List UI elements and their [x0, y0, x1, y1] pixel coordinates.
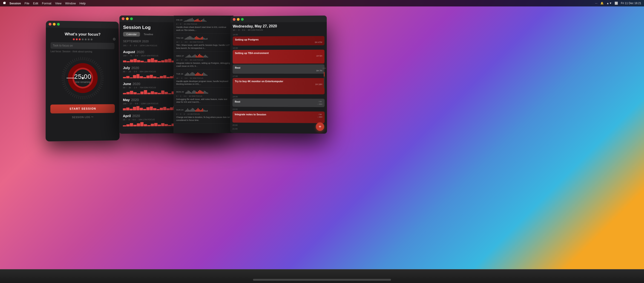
svg-line-18	[88, 58, 89, 60]
rating-dot-6[interactable]	[90, 39, 92, 40]
schedule-maximize-button[interactable]	[241, 18, 244, 21]
menubar-view[interactable]: View	[55, 2, 62, 5]
tab-timeline[interactable]: Timeline	[140, 32, 156, 37]
bar-segment	[146, 107, 150, 110]
svg-line-8	[68, 62, 70, 64]
svg-line-6	[66, 66, 68, 67]
bar-segment	[130, 91, 133, 94]
day-label-4: MON 25	[176, 91, 184, 93]
schedule-date: Wednesday, May 27, 2020	[233, 24, 324, 28]
menubar-format[interactable]: Format	[42, 2, 51, 5]
day-entry-4[interactable]: MON 25›5 ↑ · 2 · · 0 4 · · 4H 50M FOCUSD…	[174, 88, 234, 106]
day-entry-3[interactable]: TUE 26›10 ↑ · 3 · · 0 6 · · 5H 30M FOCUS…	[174, 70, 234, 88]
bar-segment	[166, 108, 170, 110]
event-side-down: ↓ 28H	[318, 103, 322, 105]
menubar-edit[interactable]: Edit	[33, 2, 38, 5]
log-minimize-button[interactable]	[126, 17, 128, 20]
event-setting-up-postgres[interactable]: Setting up Postgres 0H 47M	[233, 36, 324, 46]
bar-segment	[140, 61, 144, 62]
bar-segment	[206, 39, 206, 40]
bar-segment	[203, 110, 204, 112]
menubar-file[interactable]: File	[24, 2, 30, 5]
rating-dot-4[interactable]	[85, 39, 86, 40]
svg-line-38	[96, 92, 97, 94]
svg-line-57	[62, 84, 65, 85]
bar-segment	[193, 73, 194, 76]
svg-line-40	[92, 94, 94, 97]
bar-segment	[202, 56, 202, 58]
schedule-close-button[interactable]	[233, 18, 236, 21]
time-2100: 21:00	[232, 128, 324, 131]
bar-segment	[196, 36, 197, 40]
bar-segment	[192, 56, 193, 58]
bar-segment	[194, 54, 196, 58]
month-name-3: May	[123, 98, 130, 102]
minimize-button[interactable]	[53, 23, 56, 26]
apple-icon[interactable]	[3, 2, 6, 5]
day-entry-0[interactable]: FRI 29›4 ↑ · 8 · · 2H 25M FOCUSHandle sh…	[174, 16, 234, 34]
bar-segment	[185, 74, 186, 76]
event-title: Setting up TBA environment	[235, 52, 322, 55]
event-duration: 1H 5H	[235, 55, 322, 57]
svg-line-9	[70, 61, 72, 63]
event-integrate-notes[interactable]: Integrate notes to Session ↑ 5H ↓ 28H	[232, 111, 325, 123]
bar-segment	[140, 108, 143, 110]
bar-segment	[194, 38, 195, 40]
bar-segment	[206, 38, 208, 40]
bar-segment	[192, 72, 192, 76]
day-entry-2[interactable]: WED 27›10 ↑ · 0 · · 8 6 · · 6H 11M FOCUS…	[174, 52, 234, 70]
task-input[interactable]	[50, 42, 114, 49]
rating-dot-0[interactable]	[73, 39, 75, 40]
svg-line-26	[100, 70, 102, 71]
bar-segment	[165, 92, 168, 94]
svg-line-7	[67, 64, 68, 65]
tab-calendar[interactable]: Calendar	[123, 32, 140, 36]
bar-segment	[137, 123, 140, 126]
bar-segment	[157, 77, 160, 78]
bar-segment	[202, 108, 203, 112]
event-rest-1[interactable]: Rest 0H 7H	[232, 65, 324, 74]
bar-segment	[188, 73, 189, 76]
maximize-button[interactable]	[57, 23, 60, 26]
rating-dot-5[interactable]	[88, 39, 90, 40]
rating-dot-1[interactable]	[76, 39, 78, 40]
add-session-button[interactable]: +	[316, 123, 324, 131]
bar-segment	[196, 109, 197, 112]
rating-dot-2[interactable]	[79, 39, 81, 40]
bar-segment	[201, 37, 202, 40]
menubar-app-name[interactable]: Session	[10, 2, 21, 5]
bar-segment	[198, 108, 198, 112]
focus-rating[interactable]	[73, 39, 92, 41]
bar-segment	[144, 90, 147, 94]
session-log-link[interactable]: SESSION LOG 〜	[72, 115, 94, 119]
close-button[interactable]	[49, 23, 52, 26]
log-close-button[interactable]	[122, 17, 124, 20]
entry-title-4: Debugging file vault issue, add notes fe…	[176, 98, 231, 104]
event-rest-2[interactable]: Rest ↑ 5H ↓ 28H	[232, 99, 325, 107]
bar-segment	[203, 56, 204, 58]
schedule-minimize-button[interactable]	[237, 18, 240, 21]
laptop-touchpad	[253, 279, 391, 281]
window-titlebar	[46, 21, 119, 29]
day-entry-5[interactable]: SUN 24›2 ↑ · 0 · · 8 · · 1H 2M FOCUSChan…	[174, 106, 234, 124]
menubar-notification[interactable]: 🔔	[600, 2, 604, 5]
bar-segment	[205, 55, 206, 58]
bar-segment	[189, 91, 190, 94]
bar-segment	[200, 110, 201, 112]
svg-line-50	[72, 94, 73, 97]
start-session-button[interactable]: START SESSION	[50, 104, 115, 113]
day-entry-1[interactable]: THU 28›10 ↑ · 1 · · 8 6 · · 6H 53M FOCUS…	[174, 34, 234, 52]
time-2000: 20:00	[232, 124, 324, 127]
bar-segment	[137, 93, 140, 94]
bar-segment	[195, 110, 196, 112]
menubar-help[interactable]: Help	[80, 2, 86, 5]
settings-icon[interactable]: ⚙	[112, 37, 116, 42]
bar-segment	[197, 92, 198, 94]
day-chart-3	[185, 72, 208, 76]
schedule-date-header: Wednesday, May 27, 2020 10 ↑ · 0 · · 8 4…	[233, 22, 324, 32]
rating-dot-3[interactable]	[82, 39, 84, 40]
event-buy-monitor[interactable]: Try to buy 4K monitor on Enterkomputer 1…	[232, 78, 324, 94]
menubar-window[interactable]: Window	[65, 2, 76, 5]
log-maximize-button[interactable]	[130, 18, 133, 20]
event-tba-environment[interactable]: Setting up TBA environment 1H 5H	[232, 50, 324, 64]
